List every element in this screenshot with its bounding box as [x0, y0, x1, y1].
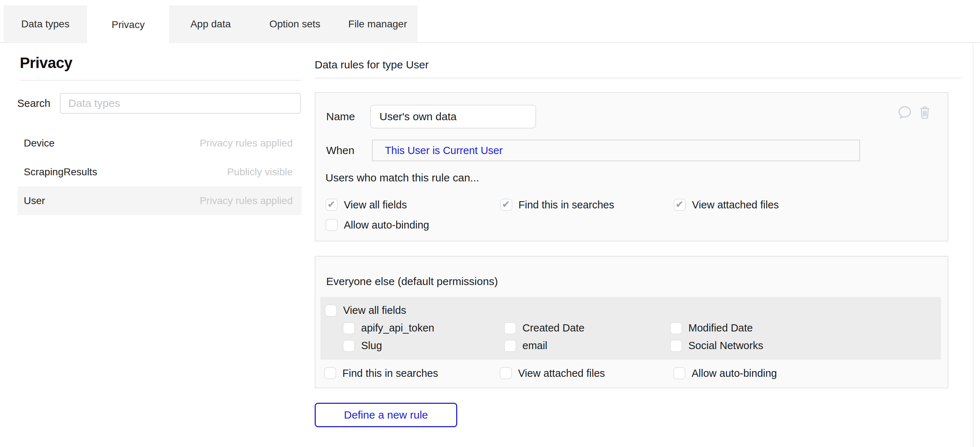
tab-option-sets[interactable]: Option sets — [252, 5, 338, 43]
fields-section: View all fields apify_api_token Created … — [320, 297, 941, 360]
list-item-device[interactable]: Device Privacy rules applied — [18, 129, 302, 157]
rule-card: Name When This User is Current User User… — [315, 92, 948, 242]
trash-icon[interactable] — [919, 106, 930, 119]
match-rule-text: Users who match this rule can... — [326, 171, 948, 185]
privacy-sidebar: Privacy Search Device Privacy rules appl… — [0, 43, 315, 215]
tab-app-data[interactable]: App data — [169, 5, 252, 43]
checkbox-label: View attached files — [692, 199, 779, 211]
panel-divider — [315, 78, 961, 78]
name-row: Name — [326, 105, 948, 129]
tab-label: Data types — [21, 18, 70, 30]
checkbox[interactable] — [343, 322, 355, 334]
default-find-in-searches: Find this in searches — [324, 363, 500, 383]
field-apify-api-token: apify_api_token — [343, 319, 504, 337]
when-row: When This User is Current User — [326, 140, 948, 161]
tab-label: App data — [191, 18, 231, 30]
define-new-rule-button[interactable]: Define a new rule — [315, 403, 457, 427]
checkbox-label: Find this in searches — [342, 367, 438, 379]
field-checkbox-grid: apify_api_token Created Date Modified Da… — [343, 319, 941, 355]
perm-view-all-fields: View all fields — [326, 195, 500, 215]
data-rules-panel: Data rules for type User Name — [315, 43, 980, 427]
list-item-user[interactable]: User Privacy rules applied — [18, 186, 302, 215]
tab-label: File manager — [348, 18, 407, 30]
checkbox[interactable] — [670, 322, 682, 334]
data-type-name: User — [24, 195, 45, 207]
checkbox-label: View all fields — [343, 304, 406, 317]
checkbox-label: View attached files — [518, 367, 605, 379]
privacy-status: Privacy rules applied — [200, 137, 293, 149]
checkbox[interactable] — [325, 304, 337, 317]
page-title: Privacy — [20, 54, 315, 72]
field-created-date: Created Date — [504, 319, 670, 337]
comment-icon[interactable] — [897, 106, 912, 119]
default-bottom-permissions: Find this in searches View attached file… — [324, 363, 948, 383]
default-view-all-fields: View all fields — [325, 302, 941, 319]
checkbox[interactable] — [504, 322, 516, 334]
checkbox[interactable] — [673, 367, 686, 379]
perm-view-attached-files: View attached files — [674, 195, 948, 215]
checkbox[interactable] — [504, 340, 516, 352]
checkbox-label: Created Date — [522, 322, 585, 334]
when-label: When — [326, 144, 370, 157]
tab-label: Option sets — [269, 18, 320, 30]
sidebar-divider — [20, 80, 301, 81]
list-item-scrapingresults[interactable]: ScrapingResults Publicly visible — [18, 157, 302, 186]
checkbox[interactable] — [326, 199, 338, 211]
checkbox-label: Allow auto-binding — [692, 367, 777, 379]
data-type-name: ScrapingResults — [24, 166, 97, 178]
panel-heading: Data rules for type User — [315, 58, 980, 72]
perm-find-in-searches: Find this in searches — [500, 195, 674, 215]
checkbox[interactable] — [670, 340, 682, 352]
checkbox[interactable] — [500, 199, 512, 211]
default-allow-auto-binding: Allow auto-binding — [673, 363, 948, 383]
field-social-networks: Social Networks — [670, 337, 941, 355]
field-slug: Slug — [343, 337, 504, 355]
checkbox[interactable] — [343, 340, 355, 352]
data-type-name: Device — [24, 137, 55, 149]
privacy-status: Privacy rules applied — [200, 195, 293, 207]
name-label: Name — [326, 110, 370, 123]
search-row: Search — [17, 93, 315, 114]
search-label: Search — [17, 97, 60, 110]
tab-bar: Data types Privacy App data Option sets … — [3, 5, 418, 44]
default-card-title: Everyone else (default permissions) — [315, 257, 948, 288]
search-input[interactable] — [60, 93, 301, 114]
tab-file-manager[interactable]: File manager — [338, 5, 418, 43]
tab-data-types[interactable]: Data types — [3, 5, 87, 43]
field-modified-date: Modified Date — [670, 319, 941, 337]
privacy-status: Publicly visible — [227, 166, 293, 178]
checkbox-label: View all fields — [344, 199, 407, 211]
checkbox-label: Find this in searches — [519, 199, 614, 211]
perm-allow-auto-binding: Allow auto-binding — [326, 215, 500, 235]
checkbox-label: Social Networks — [688, 340, 763, 352]
data-type-list: Device Privacy rules applied ScrapingRes… — [18, 129, 302, 215]
checkbox[interactable] — [324, 367, 336, 379]
checkbox-label: apify_api_token — [361, 322, 434, 334]
checkbox-label: email — [522, 340, 547, 352]
field-email: email — [504, 337, 670, 355]
checkbox[interactable] — [500, 367, 512, 379]
checkbox[interactable] — [674, 199, 686, 211]
checkbox-label: Modified Date — [688, 322, 753, 334]
rule-card-actions — [897, 106, 930, 119]
when-condition-value: This User is Current User — [385, 145, 503, 157]
rule-permissions: View all fields Find this in searches Vi… — [326, 195, 948, 235]
default-view-attached-files: View attached files — [500, 363, 673, 383]
default-permissions-card: Everyone else (default permissions) View… — [315, 256, 948, 388]
tab-privacy[interactable]: Privacy — [87, 5, 169, 44]
checkbox[interactable] — [326, 219, 338, 231]
tab-label: Privacy — [111, 19, 145, 30]
when-condition-input[interactable]: This User is Current User — [372, 140, 860, 161]
checkbox-label: Allow auto-binding — [344, 219, 429, 231]
rule-name-input[interactable] — [370, 105, 536, 129]
checkbox-label: Slug — [361, 340, 382, 352]
